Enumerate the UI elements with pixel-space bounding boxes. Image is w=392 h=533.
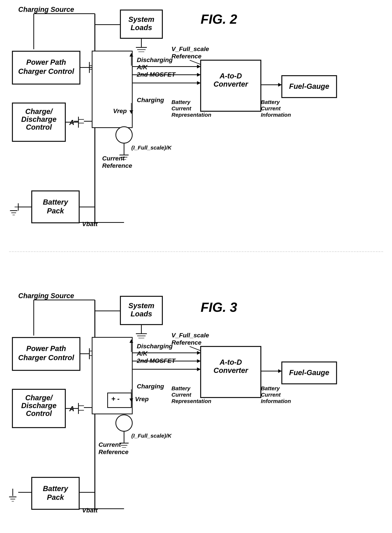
svg-marker-71 — [197, 351, 201, 355]
charge-discharge-label3: Control — [26, 123, 52, 131]
charge-discharge-label6: Discharge — [21, 402, 56, 410]
system-loads-label3: System — [128, 301, 154, 310]
charging-label: Charging — [137, 97, 164, 103]
current-ref-label5: Current — [98, 441, 121, 448]
charge-discharge-label2: Discharge — [21, 115, 56, 123]
charge-discharge-label: Charge/ — [25, 107, 53, 116]
svg-marker-73 — [197, 359, 201, 363]
discharging-label: Discharging — [137, 56, 173, 63]
svg-marker-37 — [278, 83, 282, 87]
v-full-scale-label4: Reference — [172, 339, 201, 346]
battery-pack-label: Battery — [43, 198, 68, 206]
fuel-gauge-label3: Fuel-Gauge — [289, 369, 329, 376]
charging-source-label: Charging Source — [18, 6, 74, 13]
charging-source-label3: Charging Source — [18, 292, 74, 300]
current-ref-label2: Reference — [102, 162, 132, 169]
current-source-circle — [116, 127, 132, 143]
battery-current-rep-label6: Current — [172, 392, 191, 398]
charging-label3: Charging — [137, 383, 164, 390]
svg-marker-24 — [197, 65, 201, 68]
battery-current-rep-label7: Representation — [172, 398, 211, 404]
ak-label3: A/K — [137, 350, 148, 357]
svg-marker-28 — [197, 81, 201, 85]
vbatt-label: Vbatt — [82, 220, 98, 227]
v-full-scale-label3: V_Full_scale — [172, 332, 209, 339]
current-ref-label: Current — [102, 155, 125, 162]
i-full-scale-label: (I_Full_scale)/K — [131, 145, 172, 151]
power-path-label: Power Path — [26, 58, 66, 66]
v-full-scale-label: V_Full_scale — [172, 45, 209, 52]
current-ref-label6: Reference — [98, 448, 128, 455]
v-full-scale-label2: Reference — [172, 53, 201, 60]
vrep-label: Vrep — [113, 107, 127, 114]
battery-current-info-label3: Information — [261, 112, 291, 118]
battery-current-rep-label: Battery — [172, 99, 191, 105]
atod-label4: Converter — [214, 366, 248, 374]
svg-marker-26 — [197, 73, 201, 77]
battery-pack-label3: Battery — [43, 485, 68, 492]
atod-label: A-to-D — [219, 72, 242, 80]
charge-discharge-label7: Control — [26, 409, 52, 417]
i-full-scale-label3: (I_Full_scale)/K — [131, 433, 172, 439]
battery-current-info-label6: Current — [261, 392, 281, 398]
battery-pack-label4: Pack — [47, 493, 64, 501]
battery-current-rep-label3: Representation — [172, 112, 211, 118]
system-loads-label4: Loads — [131, 310, 152, 318]
atod-label2: Converter — [214, 80, 248, 88]
power-path-label2: Charger Control — [18, 67, 75, 75]
battery-current-info-label7: Information — [261, 398, 291, 404]
fig3-label: FIG. 3 — [201, 300, 237, 315]
svg-marker-84 — [278, 369, 282, 373]
current-source-circle3 — [116, 415, 132, 431]
charge-discharge-label5: Charge/ — [25, 394, 53, 402]
main-svg: FIG. 2 Charging Source Power Path Charge… — [0, 0, 392, 533]
battery-current-info-label2: Current — [261, 105, 281, 111]
vrep-label3: Vrep — [135, 395, 149, 403]
battery-current-rep-label2: Current — [172, 105, 191, 111]
plus-minus-label: + - — [111, 395, 120, 403]
vbatt-label3: Vbatt — [82, 507, 98, 514]
ak-label: A/K — [137, 64, 148, 70]
diagram-container: FIG. 2 Charging Source Power Path Charge… — [0, 0, 392, 533]
system-loads-label2: Loads — [131, 23, 152, 32]
power-path-label3: Power Path — [26, 344, 66, 352]
battery-pack-label2: Pack — [47, 207, 64, 215]
atod-label3: A-to-D — [219, 358, 242, 366]
battery-current-info-label: Battery — [261, 99, 280, 105]
power-path-label4: Charger Control — [18, 354, 75, 362]
battery-current-rep-label5: Battery — [172, 385, 191, 391]
svg-marker-75 — [197, 367, 201, 371]
battery-current-info-label5: Battery — [261, 385, 280, 391]
fig2-label: FIG. 2 — [201, 12, 237, 26]
fuel-gauge-label: Fuel-Gauge — [289, 82, 329, 90]
discharging-label3: Discharging — [137, 343, 173, 350]
mosfet-block — [92, 51, 132, 128]
system-loads-label: System — [128, 15, 154, 23]
